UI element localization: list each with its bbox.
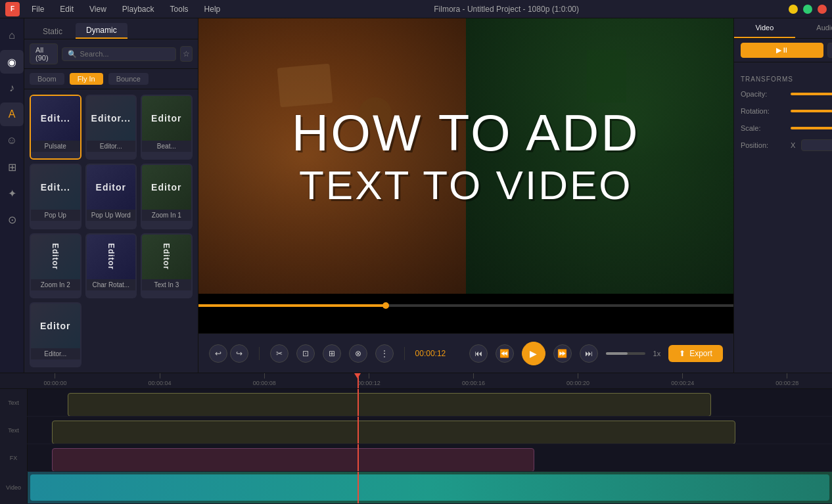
menu-edit[interactable]: Edit xyxy=(56,3,78,15)
sidebar-media[interactable]: ◉ xyxy=(0,50,24,74)
paste-button[interactable]: ⊞ xyxy=(323,344,341,363)
anim-preview-popup-word: Editor xyxy=(87,165,136,210)
position-row: Position: X Y ↺ xyxy=(741,139,832,151)
tab-dynamic[interactable]: Dynamic xyxy=(76,23,127,39)
prev-frame-button[interactable]: ⏮ xyxy=(469,344,488,363)
sidebar-overlays[interactable]: ⊙ xyxy=(0,208,24,231)
anim-preview-textin3: Editor xyxy=(142,235,191,279)
menu-view[interactable]: View xyxy=(85,3,110,15)
tab-static[interactable]: Static xyxy=(32,24,73,39)
video-track-clip[interactable] xyxy=(30,474,829,501)
pos-x-label: X xyxy=(791,141,798,149)
anim-extra[interactable]: Editor Editor... xyxy=(30,302,81,367)
playback-controls: ↩ ↪ ✂ ⊡ ⊞ ⊗ ⋮ 00:00:12 ⏮ ⏪ ▶ ⏩ ⏭ 1x xyxy=(198,333,733,373)
search-icon: 🔍 xyxy=(68,50,77,58)
anim-label-extra: Editor... xyxy=(31,348,80,359)
sidebar-audio[interactable]: ♪ xyxy=(0,76,24,100)
menu-tools[interactable]: Tools xyxy=(166,3,193,15)
track-clip-3[interactable] xyxy=(52,448,534,471)
main-content: ⌂ ◉ ♪ A ☺ ⊞ ✦ ⊙ Static Dynamic All (90) … xyxy=(0,18,832,373)
close-button[interactable] xyxy=(818,5,827,14)
tab-video[interactable]: Video xyxy=(734,18,795,38)
scale-slider[interactable] xyxy=(791,127,832,129)
video-left-frame xyxy=(198,18,466,294)
redo-button[interactable]: ↪ xyxy=(230,344,248,363)
window-controls xyxy=(789,5,827,14)
anim-charrotate[interactable]: Editor Char Rotat... xyxy=(85,233,137,298)
sidebar-transitions[interactable]: ⊞ xyxy=(0,155,24,179)
menu-playback[interactable]: Playback xyxy=(118,3,158,15)
decoration-item2 xyxy=(359,97,392,130)
volume-slider[interactable] xyxy=(606,352,645,355)
sidebar-stickers[interactable]: ☺ xyxy=(0,129,24,152)
ruler-line-7 xyxy=(787,373,787,378)
search-input[interactable] xyxy=(80,50,170,58)
track-row-2: Text xyxy=(0,417,832,444)
anim-popup-word[interactable]: Editor Pop Up Word xyxy=(85,164,137,229)
anim-label-beat: Beat... xyxy=(142,141,191,152)
menu-file[interactable]: File xyxy=(28,3,48,15)
ruler-tick-4: 00:00:16 xyxy=(462,373,485,388)
maximize-button[interactable] xyxy=(803,5,812,14)
anim-preview-pulsate: Edit... xyxy=(31,96,80,141)
ruler-tick-7: 00:00:28 xyxy=(775,373,798,388)
anim-popup[interactable]: Edit... Pop Up xyxy=(30,164,81,229)
track-clip-2[interactable] xyxy=(52,421,735,444)
anim-preview-popup: Edit... xyxy=(31,165,80,210)
playhead-track3 xyxy=(358,444,359,471)
track-label-2: Text xyxy=(0,417,28,444)
sidebar-text[interactable]: A xyxy=(0,103,24,126)
ruler-content: 00:00:00 00:00:04 00:00:08 00:00:12 00:0… xyxy=(28,373,832,388)
category-boom[interactable]: Boom xyxy=(30,73,64,85)
track-content-2[interactable] xyxy=(28,417,832,444)
anim-beat[interactable]: Editor Beat... xyxy=(141,95,193,160)
pos-x-field: X xyxy=(791,139,832,151)
favorite-button[interactable]: ☆ xyxy=(180,46,192,62)
play-pause-button[interactable]: ▶ xyxy=(522,342,545,365)
export-icon: ⬆ xyxy=(679,349,685,358)
tab-audio[interactable]: Audio xyxy=(795,18,832,38)
sidebar-home[interactable]: ⌂ xyxy=(0,24,24,47)
opacity-slider[interactable] xyxy=(791,93,832,95)
sidebar-effects[interactable]: ✦ xyxy=(0,181,24,205)
video-progress-fill xyxy=(198,304,386,307)
anim-pulsate[interactable]: Edit... Pulsate xyxy=(30,95,81,160)
ruler-line-0 xyxy=(55,373,55,378)
category-bounce[interactable]: Bounce xyxy=(108,73,149,85)
track-content-1[interactable] xyxy=(28,389,832,416)
preview-panel: HOW TO ADD TEXT TO VIDEO ↩ ↪ ✂ ⊡ xyxy=(198,18,733,373)
video-progress-bar[interactable] xyxy=(198,304,733,307)
anim-textin3[interactable]: Editor Text In 3 xyxy=(141,233,193,298)
track-content-4[interactable] xyxy=(28,472,832,503)
cut-button[interactable]: ✂ xyxy=(270,344,289,363)
decoration-item1 xyxy=(277,63,333,107)
rewind-button[interactable]: ⏪ xyxy=(496,344,514,363)
anim-zoomin2[interactable]: Editor Zoom In 2 xyxy=(30,233,81,298)
delete-button[interactable]: ⊗ xyxy=(349,344,367,363)
fast-forward-button[interactable]: ⏩ xyxy=(553,344,572,363)
export-button[interactable]: ⬆ Export xyxy=(668,345,723,362)
undo-button[interactable]: ↩ xyxy=(209,344,227,363)
track-clip-1[interactable] xyxy=(68,393,711,416)
ruler-tick-2: 00:00:08 xyxy=(253,373,276,388)
split-button[interactable]: ⋮ xyxy=(375,344,394,363)
freeze-btn[interactable]: ❄ xyxy=(827,43,832,58)
track-content-3[interactable] xyxy=(28,444,832,471)
play-transform-btn[interactable]: ▶⏸ xyxy=(741,43,824,58)
menu-help[interactable]: Help xyxy=(200,3,225,15)
anim-zoomin1[interactable]: Editor Zoom In 1 xyxy=(141,164,193,229)
next-frame-button[interactable]: ⏭ xyxy=(580,344,598,363)
pos-x-input[interactable] xyxy=(801,139,832,151)
filter-dropdown[interactable]: All (90) xyxy=(30,43,58,64)
ruler-line-3 xyxy=(369,373,369,378)
category-row: Boom Fly In Bounce xyxy=(24,69,198,89)
minimize-button[interactable] xyxy=(789,5,798,14)
ruler-label-3: 00:00:12 xyxy=(358,380,381,386)
ruler-tick-5: 00:00:20 xyxy=(566,373,589,388)
playhead-track2 xyxy=(358,417,359,444)
rotation-slider[interactable] xyxy=(791,110,832,112)
copy-button[interactable]: ⊡ xyxy=(296,344,315,363)
anim-editor2[interactable]: Editor... Editor... xyxy=(85,95,137,160)
ruler-label-0: 00:00:00 xyxy=(43,380,66,386)
category-flyin[interactable]: Fly In xyxy=(70,73,103,85)
